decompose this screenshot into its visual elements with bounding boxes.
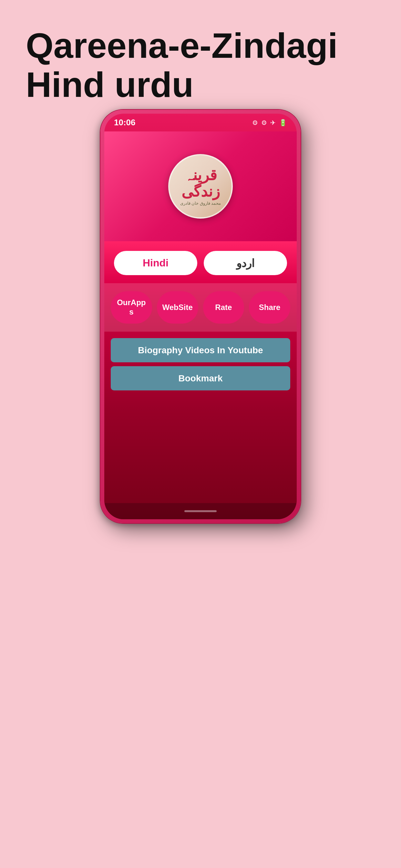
- gear-icon-2: ⚙: [261, 119, 267, 127]
- nav-indicator: [184, 510, 217, 512]
- status-time: 10:06: [114, 118, 135, 128]
- website-button[interactable]: WebSite: [157, 291, 198, 323]
- status-icons: ⚙ ⚙ ✈ 🔋: [252, 119, 287, 127]
- status-bar: 10:06 ⚙ ⚙ ✈ 🔋: [104, 114, 297, 131]
- logo-sub-text: محمد فاروق خان قادری: [177, 201, 224, 206]
- phone-mockup: 10:06 ⚙ ⚙ ✈ 🔋 قرینہ زندگی محمد فاروق خان…: [100, 110, 301, 523]
- page-title-line1: Qareena-e-Zindagi: [26, 26, 338, 65]
- app-header: قرینہ زندگی محمد فاروق خان قادری: [104, 131, 297, 241]
- hindi-button[interactable]: Hindi: [114, 251, 197, 275]
- app-content: Hindi اردو OurApps WebSite Rate Share Bi…: [104, 241, 297, 519]
- bookmark-button[interactable]: Bookmark: [111, 366, 290, 391]
- gear-icon-1: ⚙: [252, 119, 258, 127]
- biography-button[interactable]: Biography Videos In Youtube: [111, 338, 290, 362]
- urdu-button[interactable]: اردو: [204, 251, 287, 275]
- page-title: Qareena-e-Zindagi Hind urdu: [26, 26, 375, 104]
- phone-outer: 10:06 ⚙ ⚙ ✈ 🔋 قرینہ زندگی محمد فاروق خان…: [100, 110, 301, 523]
- logo-urdu-text: قرینہ زندگی: [169, 167, 232, 199]
- rate-button[interactable]: Rate: [203, 291, 244, 323]
- page-title-area: Qareena-e-Zindagi Hind urdu: [26, 26, 375, 104]
- page-title-line2: Hind urdu: [26, 65, 193, 104]
- app-logo: قرینہ زندگی محمد فاروق خان قادری: [168, 154, 233, 219]
- share-button[interactable]: Share: [249, 291, 290, 323]
- our-apps-label: OurApps: [117, 298, 146, 317]
- airplane-icon: ✈: [270, 119, 276, 127]
- nav-bar: [104, 503, 297, 519]
- buttons-section: Biography Videos In Youtube Bookmark: [104, 333, 297, 395]
- battery-icon: 🔋: [279, 119, 287, 127]
- action-row: OurApps WebSite Rate Share: [104, 283, 297, 332]
- our-apps-button[interactable]: OurApps: [111, 291, 152, 323]
- phone-screen: 10:06 ⚙ ⚙ ✈ 🔋 قرینہ زندگی محمد فاروق خان…: [104, 114, 297, 519]
- language-row: Hindi اردو: [104, 241, 297, 282]
